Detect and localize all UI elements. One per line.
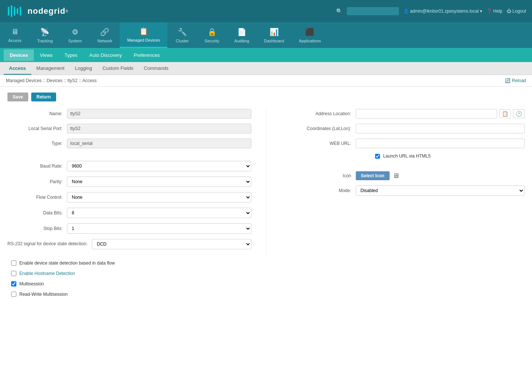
type-row: Type: — [7, 139, 251, 148]
search-input[interactable] — [347, 7, 399, 15]
rs232-row: RS-232 signal for device state detection… — [7, 239, 251, 249]
web-url-label: WEB URL: — [281, 141, 356, 146]
logo-text: nodegrid — [28, 6, 65, 16]
return-button[interactable]: Return — [31, 93, 56, 101]
subnav-devices[interactable]: Devices — [4, 49, 34, 61]
address-location-input[interactable] — [356, 109, 497, 119]
checkboxes-section: Enable device state detection based in d… — [7, 260, 525, 297]
stop-bits-label: Stop Bits: — [7, 226, 67, 231]
nav-item-auditing[interactable]: 📄 Auditing — [227, 22, 257, 48]
tab-custom-fields[interactable]: Custom Fields — [97, 62, 139, 75]
nav-item-security[interactable]: 🔒 Security — [197, 22, 227, 48]
launch-url-label: Launch URL via HTML5 — [383, 153, 431, 159]
search-icon[interactable]: 🔍 — [336, 8, 342, 14]
rs232-select[interactable]: DCD DSR CTS — [92, 239, 251, 249]
address-location-icon[interactable]: 🕐 — [513, 109, 525, 118]
mode-label: Mode: — [281, 188, 356, 193]
stop-bits-row: Stop Bits: 1 2 — [7, 223, 251, 234]
local-serial-port-input[interactable] — [67, 124, 251, 133]
enable-hostname-checkbox[interactable] — [11, 271, 16, 276]
coordinates-input[interactable] — [356, 124, 525, 133]
logout-link[interactable]: ⏻ Logout — [507, 9, 526, 14]
subnav-views[interactable]: Views — [34, 49, 58, 61]
nav-item-managed-devices[interactable]: 📋 Managed Devices — [120, 22, 167, 48]
logo-reg: ® — [65, 9, 68, 13]
data-bits-label: Data Bits: — [7, 210, 67, 216]
svg-rect-2 — [14, 7, 15, 16]
address-location-row: Address Location: 📋 🕐 — [281, 109, 525, 119]
auditing-icon: 📄 — [237, 27, 246, 36]
nav-item-tracking[interactable]: 📡 Tracking — [30, 22, 60, 48]
cluster-icon: 🔧 — [178, 27, 187, 36]
launch-url-checkbox[interactable] — [375, 154, 380, 159]
form-grid: Name: Local Serial Port: Type: Baud Rate… — [7, 109, 525, 255]
reload-link[interactable]: 🔄 Reload — [505, 78, 526, 83]
system-icon: ⚙ — [72, 27, 78, 36]
form-left: Name: Local Serial Port: Type: Baud Rate… — [7, 109, 266, 255]
parity-select[interactable]: None Even Odd — [67, 176, 251, 187]
subnav-types[interactable]: Types — [59, 49, 84, 61]
svg-rect-4 — [20, 7, 21, 16]
multisession-label: Multisession — [19, 281, 44, 286]
baud-rate-select[interactable]: 9600 1200 2400 4800 19200 38400 57600 11… — [67, 161, 251, 171]
tab-access[interactable]: Access — [4, 62, 31, 75]
tracking-icon: 📡 — [40, 27, 49, 36]
flow-control-row: Flow Control: None Hardware Software — [7, 192, 251, 203]
dashboard-icon: 📊 — [270, 27, 279, 36]
svg-rect-1 — [11, 5, 12, 17]
parity-row: Parity: None Even Odd — [7, 176, 251, 187]
tab-management[interactable]: Management — [31, 62, 70, 75]
address-edit-icon[interactable]: 📋 — [499, 109, 511, 118]
rs232-label: RS-232 signal for device state detection… — [7, 241, 92, 247]
read-write-multisession-row: Read-Write Multisession — [11, 292, 525, 297]
icon-select-area: Select Icon 🖥 — [356, 171, 399, 180]
help-link[interactable]: ❓ Help — [487, 9, 503, 14]
subnav-auto-discovery[interactable]: Auto Discovery — [83, 49, 128, 61]
applications-icon: ⬛ — [305, 27, 315, 36]
web-url-input[interactable] — [356, 139, 525, 148]
type-input — [67, 139, 251, 148]
flow-control-select[interactable]: None Hardware Software — [67, 192, 251, 203]
name-input[interactable] — [67, 109, 251, 119]
web-url-row: WEB URL: — [281, 139, 525, 148]
managed-devices-icon: 📋 — [139, 27, 148, 36]
security-icon: 🔒 — [207, 27, 217, 36]
tab-logging[interactable]: Logging — [70, 62, 97, 75]
select-icon-button[interactable]: Select Icon — [356, 171, 390, 180]
baud-rate-row: Baud Rate: 9600 1200 2400 4800 19200 384… — [7, 161, 251, 171]
toolbar: Save Return — [7, 93, 525, 101]
nav-item-cluster[interactable]: 🔧 Cluster — [167, 22, 197, 48]
user-menu[interactable]: 👤 admin@lknbsr01.zpesystems.local ▾ — [403, 9, 482, 14]
enable-device-state-checkbox[interactable] — [11, 260, 16, 266]
name-row: Name: — [7, 109, 251, 119]
mode-row: Mode: Disabled Enabled Read Only — [281, 185, 525, 196]
address-location-label: Address Location: — [281, 111, 356, 116]
mode-select[interactable]: Disabled Enabled Read Only — [356, 185, 525, 196]
read-write-multisession-label: Read-Write Multisession — [19, 292, 68, 297]
svg-rect-0 — [8, 7, 9, 16]
subnav-preferences[interactable]: Preferences — [128, 49, 166, 61]
address-input-wrap: 📋 🕐 — [356, 109, 525, 119]
nav-item-network[interactable]: 🔗 Network — [90, 22, 120, 48]
type-label: Type: — [7, 141, 67, 146]
read-write-multisession-checkbox[interactable] — [11, 292, 16, 297]
network-icon: 🔗 — [100, 27, 109, 36]
save-button[interactable]: Save — [7, 93, 28, 101]
tab-commands[interactable]: Commands — [139, 62, 174, 75]
content-area: Save Return Name: Local Serial Port: Typ… — [0, 87, 532, 392]
nav-item-applications[interactable]: ⬛ Applications — [291, 22, 328, 48]
breadcrumb-bar: Managed Devices :: Devices :: ttyS2 :: A… — [0, 75, 532, 87]
sub-nav: Devices Views Types Auto Discovery Prefe… — [0, 48, 532, 62]
multisession-checkbox[interactable] — [11, 281, 16, 286]
baud-rate-label: Baud Rate: — [7, 163, 67, 169]
stop-bits-select[interactable]: 1 2 — [67, 223, 251, 234]
name-label: Name: — [7, 111, 67, 116]
enable-hostname-row: Enable Hostname Detection — [11, 271, 525, 276]
nav-item-access[interactable]: 🖥 Access — [0, 22, 30, 48]
main-nav: 🖥 Access 📡 Tracking ⚙ System 🔗 Network 📋… — [0, 22, 532, 48]
nav-item-dashboard[interactable]: 📊 Dashboard — [257, 22, 291, 48]
data-bits-select[interactable]: 8 7 6 5 — [67, 208, 251, 218]
nav-item-system[interactable]: ⚙ System — [60, 22, 90, 48]
top-right-area: 🔍 👤 admin@lknbsr01.zpesystems.local ▾ ❓ … — [336, 7, 526, 15]
access-icon: 🖥 — [11, 27, 19, 36]
